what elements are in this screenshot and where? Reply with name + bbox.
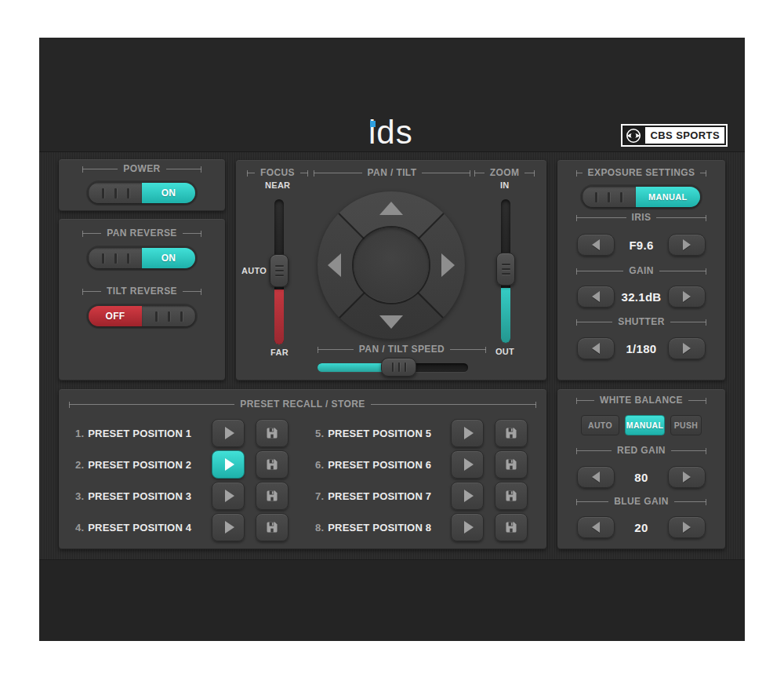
preset-store-button[interactable]	[256, 450, 289, 479]
gain-increase-button[interactable]	[668, 286, 706, 308]
red-gain-control-row: 80	[577, 466, 706, 488]
play-icon	[464, 490, 474, 502]
save-icon	[505, 458, 517, 471]
preset-row: 5.PRESET POSITION 5	[315, 419, 528, 447]
red-gain-decrease-button[interactable]	[577, 466, 615, 488]
iris-increase-button[interactable]	[668, 234, 706, 256]
preset-number: 6.	[315, 459, 324, 471]
preset-store-button[interactable]	[256, 513, 289, 541]
cbs-sports-label: CBS SPORTS	[645, 127, 724, 144]
preset-store-button[interactable]	[495, 482, 528, 510]
toggle-grooves	[583, 187, 636, 207]
save-icon	[266, 427, 278, 439]
red-gain-value: 80	[615, 471, 668, 484]
preset-recall-button[interactable]	[451, 482, 484, 510]
auto-label: AUTO	[241, 266, 267, 275]
pan-reverse-section-title: PAN REVERSE	[59, 228, 225, 239]
preset-recall-button[interactable]	[212, 513, 245, 541]
wb-section-title: WHITE BALANCE	[557, 395, 725, 406]
save-icon	[505, 490, 517, 502]
preset-store-button[interactable]	[495, 419, 528, 447]
blue-gain-increase-button[interactable]	[668, 516, 706, 538]
shutter-value: 1/180	[615, 342, 668, 355]
preset-number: 7.	[315, 490, 324, 502]
brand-logo: ids	[368, 116, 413, 149]
label-line	[659, 271, 706, 271]
save-icon	[505, 521, 517, 534]
play-icon	[225, 458, 234, 471]
camera-control-window: ids CBS SPORTS POWER O	[39, 38, 745, 641]
cbs-eye-icon	[624, 127, 643, 144]
speed-knob[interactable]	[381, 358, 416, 377]
label-line	[247, 173, 255, 173]
toggle-grooves	[142, 306, 195, 326]
iris-section-title: IRIS	[557, 212, 725, 223]
preset-recall-button[interactable]	[212, 482, 245, 510]
blue-gain-decrease-button[interactable]	[577, 516, 615, 538]
power-toggle[interactable]: ON	[89, 183, 195, 203]
exposure-mode-toggle[interactable]: MANUAL	[583, 187, 700, 207]
preset-store-button[interactable]	[495, 513, 528, 541]
wb-mode-auto-button[interactable]: AUTO	[581, 415, 619, 435]
cbs-sports-logo: CBS SPORTS	[621, 124, 728, 147]
label-line	[576, 271, 623, 271]
save-icon	[505, 427, 517, 439]
arrow-right-icon	[683, 472, 691, 483]
near-label: NEAR	[265, 180, 290, 190]
preset-recall-button[interactable]	[451, 450, 484, 479]
label-line	[314, 173, 362, 173]
preset-store-button[interactable]	[495, 450, 528, 479]
zoom-out-label: OUT	[495, 347, 514, 356]
label-line	[524, 173, 535, 173]
zoom-knob[interactable]	[496, 253, 515, 286]
toggle-grooves	[89, 248, 142, 268]
power-panel: POWER ON	[59, 159, 225, 211]
pan-tilt-dpad	[318, 191, 465, 339]
preset-row: 3.PRESET POSITION 3	[75, 482, 289, 510]
arrow-left-icon	[592, 343, 600, 354]
preset-recall-button[interactable]	[212, 419, 245, 447]
control-surface: POWER ON PAN REVERSE ON TILT REVERSE	[39, 151, 745, 560]
preset-row: 1.PRESET POSITION 1	[75, 419, 289, 447]
blue-gain-value: 20	[615, 521, 668, 534]
shutter-increase-button[interactable]	[668, 337, 706, 359]
preset-label: 8.PRESET POSITION 8	[315, 522, 451, 534]
wb-mode-push-button[interactable]: PUSH	[670, 415, 702, 435]
focus-knob[interactable]	[270, 254, 289, 287]
pan-reverse-toggle[interactable]: ON	[89, 248, 195, 268]
exposure-section-title: EXPOSURE SETTINGS	[557, 167, 725, 178]
pan-tilt-section-title: PAN / TILT	[314, 167, 470, 178]
arrow-right-icon	[683, 291, 691, 302]
preset-label: 1.PRESET POSITION 1	[75, 428, 212, 439]
red-gain-section-title: RED GAIN	[557, 445, 725, 456]
label-line	[688, 400, 706, 401]
footer	[39, 561, 745, 641]
red-gain-increase-button[interactable]	[668, 466, 706, 488]
white-balance-panel: WHITE BALANCE AUTO MANUAL PUSH RED GAIN …	[557, 389, 725, 549]
ptz-panel: FOCUS PAN / TILT ZOOM NEAR AUTO	[236, 160, 546, 381]
preset-recall-button[interactable]	[212, 450, 245, 479]
blue-gain-section-title: BLUE GAIN	[557, 496, 725, 507]
preset-label: 7.PRESET POSITION 7	[315, 490, 451, 502]
label-line	[576, 173, 583, 173]
iris-decrease-button[interactable]	[577, 234, 615, 256]
preset-store-button[interactable]	[256, 419, 289, 447]
tilt-reverse-state-label: OFF	[89, 306, 142, 326]
preset-label: 6.PRESET POSITION 6	[315, 459, 451, 471]
preset-recall-button[interactable]	[451, 513, 484, 541]
presets-panel: PRESET RECALL / STORE 1.PRESET POSITION …	[59, 389, 546, 549]
label-line	[371, 404, 536, 405]
tilt-reverse-toggle[interactable]: OFF	[89, 306, 195, 326]
label-line	[576, 501, 608, 502]
save-icon	[266, 521, 278, 534]
wb-mode-manual-button[interactable]: MANUAL	[625, 415, 665, 435]
label-line	[674, 501, 706, 502]
preset-number: 1.	[75, 428, 84, 439]
blue-gain-control-row: 20	[577, 516, 706, 538]
gain-decrease-button[interactable]	[577, 286, 615, 308]
shutter-decrease-button[interactable]	[577, 337, 615, 359]
preset-store-button[interactable]	[256, 482, 289, 510]
preset-row: 8.PRESET POSITION 8	[315, 513, 528, 541]
arrow-left-icon	[592, 239, 600, 250]
preset-recall-button[interactable]	[451, 419, 484, 447]
